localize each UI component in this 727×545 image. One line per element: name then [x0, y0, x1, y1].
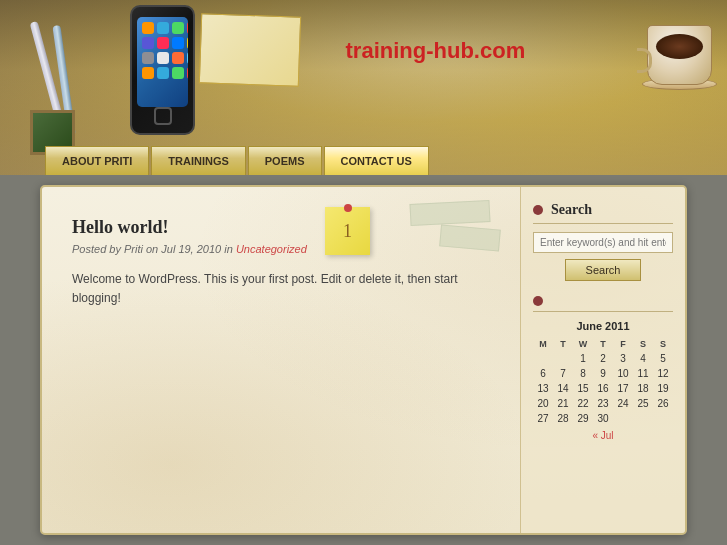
search-widget-dot	[533, 205, 543, 215]
coffee-cup-body	[647, 25, 712, 85]
phone-body	[130, 5, 195, 135]
search-widget-header: Search	[533, 202, 673, 224]
phone-app-icon	[157, 52, 169, 64]
calendar-header-cell: W	[573, 337, 593, 351]
calendar-widget-dot	[533, 296, 543, 306]
content-wrapper: 1 Hello world! Posted by Priti on Jul 19…	[40, 185, 687, 535]
calendar-day-cell[interactable]: 26	[653, 396, 673, 411]
phone-app-icon	[142, 67, 154, 79]
calendar-day-cell[interactable]: 19	[653, 381, 673, 396]
calendar-day-cell[interactable]: 24	[613, 396, 633, 411]
calendar-day-cell[interactable]: 12	[653, 366, 673, 381]
nav-poems[interactable]: POEMS	[248, 146, 322, 175]
nav-about-priti[interactable]: ABOUT PRITI	[45, 146, 149, 175]
phone-home-button	[154, 107, 172, 125]
calendar-day-cell[interactable]: 1	[573, 351, 593, 366]
coffee-liquid	[656, 34, 703, 59]
content-inner: 1 Hello world! Posted by Priti on Jul 19…	[42, 187, 685, 533]
calendar-row: 12345	[533, 351, 673, 366]
phone-app-icon	[157, 22, 169, 34]
calendar: June 2011 MTWTFSS 1234567891011121314151…	[533, 320, 673, 441]
calendar-day-cell[interactable]: 11	[633, 366, 653, 381]
calendar-widget-header	[533, 296, 673, 312]
calendar-day-cell[interactable]: 15	[573, 381, 593, 396]
header: training-hub.com ABOUT PRITI TRAININGS P…	[0, 0, 727, 175]
calendar-month-title: June 2011	[533, 320, 673, 332]
main-navigation: ABOUT PRITI TRAININGS POEMS CONTACT US	[45, 146, 429, 175]
calendar-header-cell: T	[553, 337, 573, 351]
calendar-day-cell[interactable]: 3	[613, 351, 633, 366]
calendar-day-cell[interactable]: 21	[553, 396, 573, 411]
calendar-day-cell[interactable]: 29	[573, 411, 593, 426]
post-meta: Posted by Priti on Jul 19, 2010 in Uncat…	[72, 243, 495, 255]
post-category-link[interactable]: Uncategorized	[236, 243, 307, 255]
calendar-day-cell[interactable]: 28	[553, 411, 573, 426]
sticky-note: 1	[325, 207, 370, 255]
calendar-day-cell[interactable]: 16	[593, 381, 613, 396]
search-input[interactable]	[533, 232, 673, 253]
nav-contact-us[interactable]: CONTACT US	[324, 146, 429, 175]
phone-app-icon	[142, 37, 154, 49]
calendar-day-cell[interactable]: 22	[573, 396, 593, 411]
phone-app-icon	[187, 22, 188, 34]
calendar-day-cell[interactable]: 23	[593, 396, 613, 411]
calendar-day-cell[interactable]: 8	[573, 366, 593, 381]
phone-icons	[137, 17, 188, 84]
search-widget-title: Search	[551, 202, 592, 218]
phone-app-icon	[142, 52, 154, 64]
calendar-day-cell[interactable]: 10	[613, 366, 633, 381]
calendar-day-cell[interactable]: 30	[593, 411, 613, 426]
sticky-note-text: 1	[343, 221, 352, 242]
coffee-cup-decoration	[627, 5, 717, 95]
calendar-day-cell	[633, 411, 653, 426]
phone-app-icon	[157, 67, 169, 79]
calendar-nav[interactable]: « Jul	[533, 430, 673, 441]
phone-app-icon	[172, 37, 184, 49]
calendar-day-cell[interactable]: 9	[593, 366, 613, 381]
search-widget: Search Search	[533, 202, 673, 281]
calendar-header-cell: S	[653, 337, 673, 351]
main-content: 1 Hello world! Posted by Priti on Jul 19…	[42, 187, 520, 533]
calendar-day-cell[interactable]: 18	[633, 381, 653, 396]
site-title: training-hub.com	[346, 38, 526, 64]
calendar-day-cell[interactable]: 14	[553, 381, 573, 396]
post-meta-text: Posted by Priti on Jul 19, 2010 in	[72, 243, 233, 255]
calendar-day-cell[interactable]: 13	[533, 381, 553, 396]
calendar-day-cell[interactable]: 7	[553, 366, 573, 381]
phone-screen	[137, 17, 188, 107]
nav-trainings[interactable]: TRAININGS	[151, 146, 246, 175]
calendar-header-cell: S	[633, 337, 653, 351]
phone-app-icon	[187, 37, 188, 49]
calendar-day-cell[interactable]: 17	[613, 381, 633, 396]
calendar-header-cell: M	[533, 337, 553, 351]
phone-app-icon	[172, 67, 184, 79]
calendar-row: 13141516171819	[533, 381, 673, 396]
calendar-row: 20212223242526	[533, 396, 673, 411]
post-content: Welcome to WordPress. This is your first…	[72, 270, 495, 308]
phone-app-icon	[157, 37, 169, 49]
calendar-day-cell[interactable]: 2	[593, 351, 613, 366]
calendar-table: MTWTFSS 12345678910111213141516171819202…	[533, 337, 673, 426]
calendar-header-cell: T	[593, 337, 613, 351]
phone-app-icon	[187, 67, 188, 79]
calendar-day-cell[interactable]: 20	[533, 396, 553, 411]
search-button[interactable]: Search	[565, 259, 642, 281]
calendar-day-cell[interactable]: 27	[533, 411, 553, 426]
calendar-widget: June 2011 MTWTFSS 1234567891011121314151…	[533, 296, 673, 441]
calendar-day-cell	[533, 351, 553, 366]
calendar-header-cell: F	[613, 337, 633, 351]
main-area: 1 Hello world! Posted by Priti on Jul 19…	[0, 175, 727, 545]
phone-app-icon	[187, 52, 188, 64]
calendar-day-cell[interactable]: 25	[633, 396, 653, 411]
calendar-day-cell[interactable]: 5	[653, 351, 673, 366]
phone-app-icon	[142, 22, 154, 34]
calendar-day-cell[interactable]: 4	[633, 351, 653, 366]
phone-app-icon	[172, 52, 184, 64]
paper-note-decoration	[199, 13, 301, 86]
sidebar: Search Search June 2011 MTWTFSS	[520, 187, 685, 533]
calendar-day-cell	[553, 351, 573, 366]
calendar-day-cell[interactable]: 6	[533, 366, 553, 381]
phone-app-icon	[172, 22, 184, 34]
calendar-row: 27282930	[533, 411, 673, 426]
phone-decoration	[130, 5, 200, 145]
